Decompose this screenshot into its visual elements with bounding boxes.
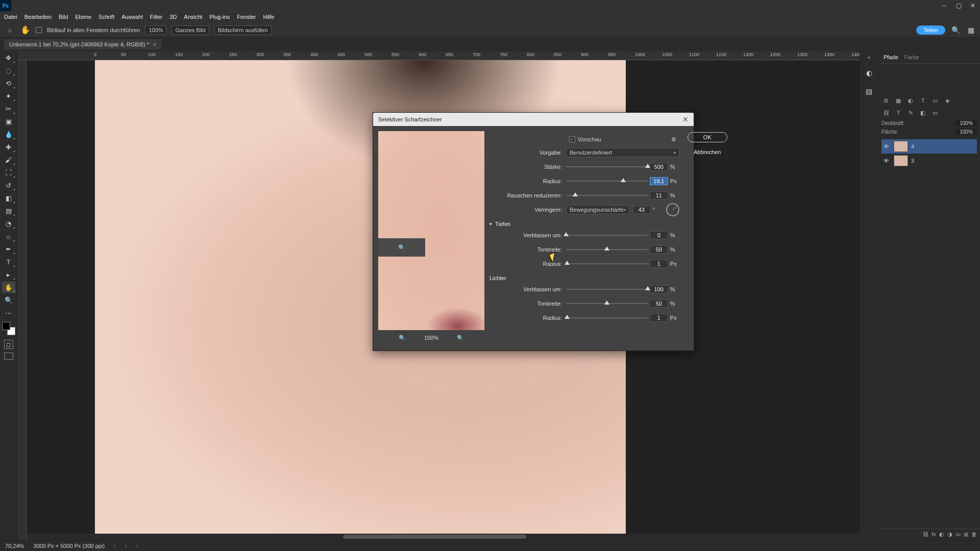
shadows-radius-input[interactable]: 1 bbox=[650, 260, 668, 268]
horizontal-scrollbar[interactable] bbox=[27, 534, 860, 540]
highlights-tone-input[interactable]: 50 bbox=[650, 299, 668, 308]
visibility-icon[interactable]: 👁 bbox=[884, 143, 891, 149]
maximize-button[interactable]: ▢ bbox=[951, 0, 966, 11]
dialog-titlebar[interactable]: Selektiver Scharfzeichner ✕ bbox=[373, 113, 694, 126]
stamp-tool[interactable]: ⛶ bbox=[2, 167, 15, 178]
menu-bearbeiten[interactable]: Bearbeiten bbox=[24, 14, 52, 20]
vector-icon[interactable]: ✎ bbox=[906, 109, 915, 117]
cancel-button[interactable]: Abbrechen bbox=[688, 147, 727, 157]
quick-mask-toggle[interactable]: ◻ bbox=[4, 340, 13, 349]
link-layers-icon[interactable]: ⛓ bbox=[923, 531, 928, 538]
dodge-tool[interactable]: ☼ bbox=[2, 231, 15, 242]
filter-adjust-icon[interactable]: ◐ bbox=[906, 96, 915, 105]
color-swatches[interactable] bbox=[2, 322, 15, 335]
noise-reduce-slider[interactable] bbox=[566, 192, 648, 199]
scroll-all-windows-checkbox[interactable] bbox=[36, 27, 42, 33]
frame-tool[interactable]: ▣ bbox=[2, 116, 15, 127]
fill-screen-button[interactable]: Bildschirm ausfüllen bbox=[214, 26, 272, 35]
fit-whole-button[interactable]: Ganzes Bild bbox=[172, 26, 209, 35]
tab-pfade[interactable]: Pfade bbox=[884, 54, 898, 60]
menu-auswahl[interactable]: Auswahl bbox=[121, 14, 143, 20]
status-prev-icon[interactable]: ‹ bbox=[125, 543, 127, 549]
dialog-settings-icon[interactable]: ⚙ bbox=[671, 136, 676, 143]
shadows-radius-slider[interactable] bbox=[566, 260, 648, 267]
menu-datei[interactable]: Datei bbox=[4, 14, 17, 20]
hand-tool[interactable]: ✋ bbox=[2, 282, 15, 293]
highlights-fade-input[interactable]: 100 bbox=[650, 285, 668, 293]
gradient-tool[interactable]: ▤ bbox=[2, 205, 15, 216]
zoom-100-button[interactable]: 100% bbox=[145, 26, 166, 35]
screen-mode-toggle[interactable] bbox=[4, 353, 13, 360]
search-icon[interactable]: 🔍 bbox=[950, 26, 961, 34]
marquee-tool[interactable]: ◌ bbox=[2, 65, 15, 76]
zoom-out-icon[interactable]: 🔍 bbox=[399, 335, 406, 341]
history-brush-tool[interactable]: ↺ bbox=[2, 180, 15, 191]
menu-fenster[interactable]: Fenster bbox=[237, 14, 256, 20]
mask-add-icon[interactable]: ◐ bbox=[939, 531, 944, 538]
status-next-icon[interactable]: › bbox=[136, 543, 138, 549]
move-tool[interactable]: ✥ bbox=[2, 52, 15, 63]
path-select-tool[interactable]: ▸ bbox=[2, 269, 15, 280]
eyedropper-tool[interactable]: 💧 bbox=[2, 129, 15, 140]
lasso-tool[interactable]: ⟲ bbox=[2, 78, 15, 89]
menu-schrift[interactable]: Schrift bbox=[99, 14, 114, 20]
layers-panel-icon[interactable]: ▤ bbox=[864, 86, 875, 97]
visibility-icon[interactable]: 👁 bbox=[884, 158, 891, 164]
eraser-tool[interactable]: ◧ bbox=[2, 192, 15, 204]
menu-ebene[interactable]: Ebene bbox=[75, 14, 91, 20]
share-button[interactable]: Teilen bbox=[916, 26, 945, 35]
edit-toolbar[interactable]: ⋯ bbox=[2, 307, 15, 318]
highlights-radius-input[interactable]: 1 bbox=[650, 314, 668, 322]
fx-icon[interactable]: fx bbox=[932, 531, 936, 538]
delete-layer-icon[interactable]: 🗑 bbox=[971, 531, 977, 538]
filter-pixel-icon[interactable]: ▦ bbox=[894, 96, 903, 105]
type-tool[interactable]: T bbox=[2, 256, 15, 267]
group-icon[interactable]: ▭ bbox=[955, 531, 961, 538]
workspace-icon[interactable]: ▦ bbox=[966, 26, 976, 34]
foreground-color-swatch[interactable] bbox=[2, 322, 10, 330]
pen-tool[interactable]: ✒ bbox=[2, 243, 15, 255]
status-chevron-icon[interactable]: › bbox=[114, 543, 116, 549]
preview-image[interactable]: 🔍 bbox=[378, 131, 484, 330]
menu-ansicht[interactable]: Ansicht bbox=[184, 14, 202, 20]
menu-filter[interactable]: Filter bbox=[150, 14, 162, 20]
heal-tool[interactable]: ✚ bbox=[2, 141, 15, 153]
link-icon[interactable]: ⛓ bbox=[881, 109, 891, 117]
noise-reduce-input[interactable]: 11 bbox=[650, 191, 668, 199]
reduce-dropdown[interactable]: Bewegungsunschärfe ▾ bbox=[566, 205, 629, 214]
document-tab[interactable]: Unbenannt-1 bei 70,2% (girl-2406963 Kopi… bbox=[4, 39, 161, 49]
histogram-panel-icon[interactable]: ◐ bbox=[864, 67, 875, 79]
hand-tool-icon[interactable]: ✋ bbox=[20, 25, 31, 35]
close-window-button[interactable]: ✕ bbox=[966, 0, 980, 11]
menu-bild[interactable]: Bild bbox=[59, 14, 68, 20]
new-layer-icon[interactable]: ⊞ bbox=[964, 531, 968, 538]
angle-input[interactable]: 43 bbox=[632, 206, 651, 214]
strength-input[interactable]: 500 bbox=[650, 163, 668, 171]
radius-input[interactable]: 19,1 bbox=[650, 177, 668, 185]
filter-smart-icon[interactable]: ◈ bbox=[943, 96, 952, 105]
home-icon[interactable]: ⌂ bbox=[4, 24, 15, 36]
preset-dropdown[interactable]: Benutzerdefiniert ▾ bbox=[566, 148, 679, 157]
strength-slider[interactable] bbox=[566, 163, 648, 170]
mask-icon[interactable]: ◧ bbox=[918, 109, 927, 117]
ok-button[interactable]: OK bbox=[688, 132, 727, 142]
shadows-tone-input[interactable]: 50 bbox=[650, 245, 668, 254]
fill-value[interactable]: 100% bbox=[955, 129, 977, 135]
menu-hilfe[interactable]: Hilfe bbox=[263, 14, 274, 20]
highlights-radius-slider[interactable] bbox=[566, 314, 648, 321]
zoom-tool[interactable]: 🔍 bbox=[2, 294, 15, 306]
text-icon[interactable]: T bbox=[894, 109, 903, 117]
close-tab-button[interactable]: × bbox=[153, 41, 156, 47]
highlights-section-header[interactable]: Lichter bbox=[489, 271, 679, 282]
highlights-tone-slider[interactable] bbox=[566, 300, 648, 307]
wand-tool[interactable]: ✦ bbox=[2, 90, 15, 102]
angle-dial[interactable] bbox=[666, 203, 679, 216]
highlights-fade-slider[interactable] bbox=[566, 286, 648, 293]
layer-item[interactable]: 👁 4 bbox=[881, 139, 977, 154]
collapse-chevron-icon[interactable]: « bbox=[867, 54, 870, 60]
adjustment-icon[interactable]: ◑ bbox=[947, 531, 952, 538]
filter-type-icon[interactable]: T bbox=[918, 96, 927, 105]
menu-plug-ins[interactable]: Plug-ins bbox=[209, 14, 230, 20]
layer-item[interactable]: 👁 3 bbox=[881, 154, 977, 168]
filter-shape-icon[interactable]: ▭ bbox=[930, 96, 940, 105]
